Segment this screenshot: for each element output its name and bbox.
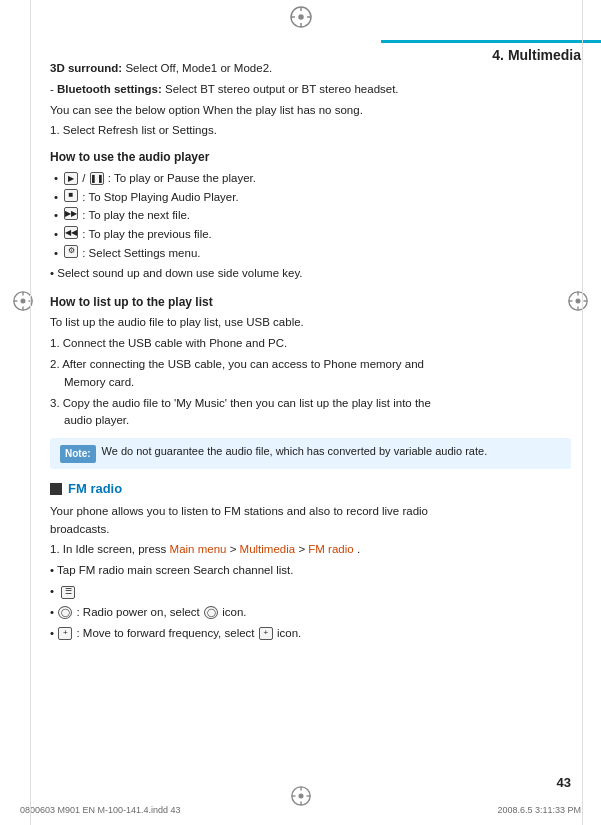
bullet-item-settings: • ⚙ : Select Settings menu. (54, 245, 571, 263)
list2-item-0: To list up the audio file to play list, … (50, 314, 571, 332)
fm-step1-fmradio: FM radio (308, 543, 353, 555)
compass-bottom-icon (290, 785, 312, 807)
fm-bullet-2: • ☰ (50, 583, 571, 601)
list2-text-2b: Memory card. (64, 376, 134, 388)
bullet-dot-2: • (54, 189, 58, 207)
fm-bullet-3: • ◯ : Radio power on, select ◯ icon. (50, 604, 571, 622)
volume-line: • Select sound up and down use side volu… (50, 265, 571, 283)
fm-power-text3: icon. (222, 606, 246, 618)
fm-step1-gt2: > (298, 543, 308, 555)
left-border (30, 0, 31, 825)
fm-step1-label: 1. In Idle screen, press (50, 543, 170, 555)
fm-freq-text: • (50, 627, 57, 639)
bullet-list-1: • ▶ / ❚❚ : To play or Pause the player. … (54, 170, 571, 263)
list2-item-2: 2. After connecting the USB cable, you c… (50, 356, 571, 392)
bluetooth-label: Bluetooth settings: (57, 83, 162, 95)
bullet-item-playpause: • ▶ / ❚❚ : To play or Pause the player. (54, 170, 571, 188)
note-label: Note: (60, 445, 96, 463)
bullet-item-next: • ▶▶ : To play the next file. (54, 207, 571, 225)
note-box: Note: We do not guarantee the audio file… (50, 438, 571, 469)
fm-freq-text3: icon. (277, 627, 301, 639)
fm-power-icon: ◯ (58, 606, 72, 619)
bullet-dot-4: • (54, 226, 58, 244)
intro-line-2: - Bluetooth settings: Select BT stereo o… (50, 81, 571, 99)
stop-button-icon: ■ (64, 189, 78, 202)
playpause-text: : To play or Pause the player. (105, 170, 256, 188)
fm-icon-2: ☰ (61, 586, 75, 599)
fm-power-text2: : Radio power on, select (76, 606, 203, 618)
fm-freq-select-icon: + (259, 627, 273, 640)
fm-square-icon (50, 483, 62, 495)
footer-left: 0800603 M901 EN M-100-141.4.indd 43 (20, 805, 181, 815)
svg-point-11 (21, 299, 25, 303)
fm-intro-text2: broadcasts. (50, 523, 109, 535)
next-button-icon: ▶▶ (64, 207, 78, 220)
footer: 0800603 M901 EN M-100-141.4.indd 43 2008… (20, 805, 581, 815)
footer-right: 2008.6.5 3:11:33 PM (497, 805, 581, 815)
svg-point-17 (576, 299, 580, 303)
list2-text-3b: audio player. (64, 414, 129, 426)
fm-power-select-icon: ◯ (204, 606, 218, 619)
fm-step1-gt1: > (230, 543, 240, 555)
playlist-text: You can see the below option When the pl… (50, 104, 363, 116)
fm-freq-icon: + (58, 627, 72, 640)
bullet-item-stop: • ■ : To Stop Playing Audio Player. (54, 189, 571, 207)
fm-title: FM radio (68, 479, 122, 499)
play-icon: ▶ / ❚❚ (63, 170, 105, 188)
section1-title: How to use the audio player (50, 148, 571, 167)
bullet-dot-5: • (54, 245, 58, 263)
list2-item-3: 3. Copy the audio file to 'My Music' the… (50, 395, 571, 431)
bluetooth-text: Select BT stereo output or BT stereo hea… (165, 83, 399, 95)
intro-line-4: 1. Select Refresh list or Settings. (50, 122, 571, 140)
fm-freq-text2: : Move to forward frequency, select (76, 627, 257, 639)
compass-top-icon (289, 5, 313, 29)
play-button-icon: ▶ (64, 172, 78, 185)
list2-text-1: 1. Connect the USB cable with Phone and … (50, 337, 287, 349)
3d-surround-label: 3D surround: (50, 62, 122, 74)
page-number: 43 (557, 775, 571, 790)
svg-point-23 (299, 794, 303, 798)
fm-bullet-4: • + : Move to forward frequency, select … (50, 625, 571, 643)
intro-line-1: 3D surround: Select Off, Mode1 or Mode2. (50, 60, 571, 78)
settings-button-icon: ⚙ (64, 245, 78, 258)
fm-step1-multimedia: Multimedia (240, 543, 296, 555)
refresh-text: 1. Select Refresh list or Settings. (50, 124, 217, 136)
3d-surround-text: Select Off, Mode1 or Mode2. (125, 62, 272, 74)
stop-text: : To Stop Playing Audio Player. (79, 189, 239, 207)
svg-point-5 (299, 15, 303, 19)
fm-bullet-1: • Tap FM radio main screen Search channe… (50, 562, 571, 580)
fm-section-header: FM radio (50, 479, 571, 499)
fm-bullet-2-text: • (50, 585, 54, 597)
bullet-dot-1: • (54, 170, 58, 188)
prev-button-icon: ◀◀ (64, 226, 78, 239)
fm-step1: 1. In Idle screen, press Main menu > Mul… (50, 541, 571, 559)
bullet-item-prev: • ◀◀ : To play the previous file. (54, 226, 571, 244)
intro-line-3: You can see the below option When the pl… (50, 102, 571, 120)
bullet-dot-3: • (54, 207, 58, 225)
fm-radio-power-text: • (50, 606, 57, 618)
fm-tap-text: • Tap FM radio main screen Search channe… (50, 564, 294, 576)
list2-text-0: To list up the audio file to play list, … (50, 316, 304, 328)
pause-button-icon: ❚❚ (90, 172, 104, 185)
page: 4. Multimedia 3D surround: Select Off, M… (0, 0, 601, 825)
list2-text-2: 2. After connecting the USB cable, you c… (50, 358, 424, 370)
settings-text: : Select Settings menu. (79, 245, 200, 263)
fm-step1-mainmenu: Main menu (170, 543, 227, 555)
main-content: 3D surround: Select Off, Mode1 or Mode2.… (50, 60, 571, 646)
fm-intro: Your phone allows you to listen to FM st… (50, 503, 571, 539)
next-text: : To play the next file. (79, 207, 190, 225)
right-border (582, 0, 583, 825)
list2-text-3: 3. Copy the audio file to 'My Music' the… (50, 397, 431, 409)
volume-text: Select sound up and down use side volume… (57, 267, 302, 279)
bluetooth-dash: - (50, 83, 57, 95)
note-text: We do not guarantee the audio file, whic… (102, 444, 488, 460)
fm-intro-text: Your phone allows you to listen to FM st… (50, 505, 428, 517)
fm-step1-period: . (357, 543, 360, 555)
list2-item-1: 1. Connect the USB cable with Phone and … (50, 335, 571, 353)
section2-title: How to list up to the play list (50, 293, 571, 312)
prev-text: : To play the previous file. (79, 226, 212, 244)
